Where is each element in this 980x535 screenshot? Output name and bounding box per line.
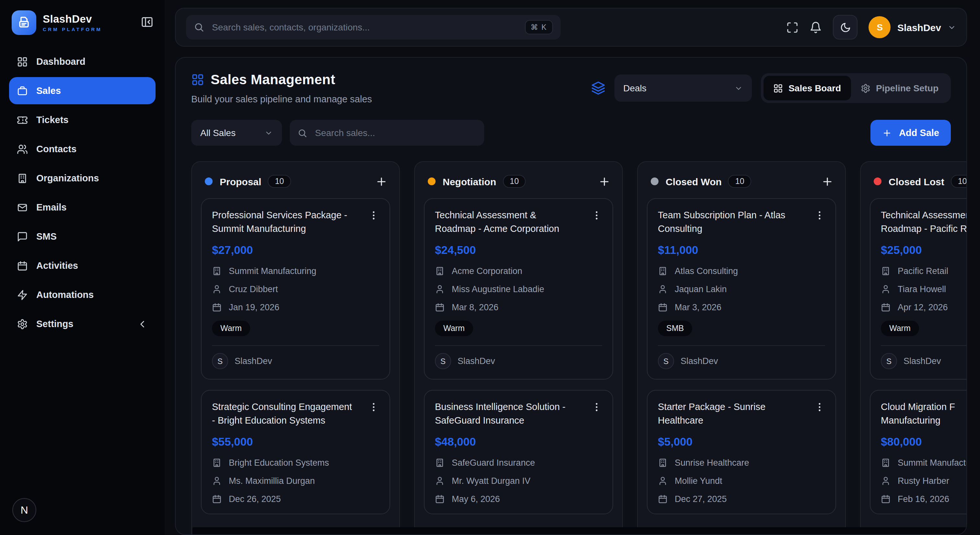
calendar-icon [17,260,28,271]
user-menu[interactable]: S SlashDev [869,16,956,38]
building-icon [881,266,891,276]
maximize-icon [786,21,799,33]
sidebar-item-settings[interactable]: Settings [9,310,156,337]
theme-toggle-button[interactable] [833,15,858,40]
deal-title: Starter Package - Sunrise Healthcare [658,400,765,427]
column-cards: Professional Services Package - Summit M… [201,198,390,514]
column-cards: Technical Assessment & Roadmap - Pacific… [870,198,967,514]
global-search-input[interactable] [211,21,518,33]
sales-search-input[interactable] [314,127,476,139]
brand-header: SlashDev CRM PLATFORM [0,9,165,41]
deal-card[interactable]: Business Intelligence Solution - SafeGua… [424,390,613,514]
plus-icon [598,175,611,187]
sidebar-item-emails[interactable]: Emails [9,194,156,221]
deal-card[interactable]: Starter Package - Sunrise Healthcare $5,… [647,390,836,514]
pipeline-select-value: Deals [623,83,646,93]
column-count-badge: 10 [268,175,291,188]
sidebar-item-dashboard[interactable]: Dashboard [9,48,156,75]
board-horizontal-scrollbar[interactable] [192,527,966,534]
sidebar-nav: Dashboard Sales Tickets Contacts Organiz… [0,48,165,337]
notifications-button[interactable] [810,21,822,33]
sidebar-item-automations[interactable]: Automations [9,281,156,308]
more-vertical-icon [368,210,379,221]
sales-filter-select[interactable]: All Sales [191,120,282,146]
nextjs-dev-badge[interactable]: N [12,498,36,522]
briefcase-icon [17,85,28,96]
deal-card[interactable]: Cloud Migration F Manufacturing $80,000 … [870,390,967,514]
deal-contact: Jaquan Lakin [658,284,825,294]
add-card-button[interactable] [375,175,388,187]
fullscreen-button[interactable] [786,21,799,33]
building-icon [881,458,891,468]
gear-icon [861,83,870,93]
message-square-icon [17,231,28,242]
deal-card[interactable]: Team Subscription Plan - Atlas Consultin… [647,198,836,379]
add-card-button[interactable] [598,175,611,187]
deal-tag: Warm [212,321,250,336]
board-column-closed-won: Closed Won 10 Team Subscription Plan - A… [637,161,846,535]
deal-card[interactable]: Technical Assessment & Roadmap - Pacific… [870,198,967,379]
zap-icon [17,289,28,300]
deal-amount: $80,000 [881,435,967,449]
deal-card[interactable]: Technical Assessment & Roadmap - Acme Co… [424,198,613,379]
sales-search[interactable] [290,120,484,146]
card-more-menu-button[interactable] [814,210,825,221]
column-status-dot [874,178,881,185]
deal-card[interactable]: Professional Services Package - Summit M… [201,198,390,379]
mail-icon [17,202,28,213]
page-subtitle: Build your sales pipeline and manage sal… [191,94,372,104]
user-icon [212,284,222,294]
owner-name: SlashDev [235,356,272,366]
card-more-menu-button[interactable] [368,210,379,221]
chevron-down-icon [734,84,743,92]
card-owner: S SlashDev [881,353,967,369]
owner-avatar: S [212,353,228,369]
sidebar-item-organizations[interactable]: Organizations [9,165,156,192]
tab-pipeline-setup[interactable]: Pipeline Setup [851,76,948,100]
card-more-menu-button[interactable] [591,402,602,413]
column-status-dot [428,178,436,185]
sidebar-collapse-button[interactable] [140,16,154,30]
sidebar-item-label: Automations [36,289,94,300]
user-icon [212,476,222,486]
deal-contact: Mr. Wyatt Durgan IV [435,476,602,486]
deal-organization: Summit Manufacturing [212,266,379,276]
sidebar-item-activities[interactable]: Activities [9,252,156,279]
sidebar-item-tickets[interactable]: Tickets [9,106,156,133]
topbar: ⌘ K S SlashDev [175,8,967,47]
add-card-button[interactable] [821,175,834,187]
deal-organization: Atlas Consulting [658,266,825,276]
column-count-badge: 10 [503,175,526,188]
chevron-down-icon [948,23,956,32]
global-search[interactable]: ⌘ K [186,15,561,40]
deal-close-date: Dec 26, 2025 [212,494,379,504]
sidebar-item-sms[interactable]: SMS [9,223,156,250]
calendar-icon [881,302,891,312]
more-vertical-icon [591,402,602,413]
card-more-menu-button[interactable] [368,402,379,413]
deal-close-date: Mar 8, 2026 [435,302,602,312]
column-count-badge: 10 [951,175,967,188]
sidebar-item-label: Tickets [36,115,68,125]
add-sale-button[interactable]: Add Sale [870,120,951,146]
deal-title: Technical Assessment & Roadmap - Pacific… [881,208,967,236]
chevron-down-icon [264,129,273,137]
deal-contact: Cruz Dibbert [212,284,379,294]
card-more-menu-button[interactable] [814,402,825,413]
column-name: Closed Won [666,176,722,187]
owner-avatar: S [658,353,674,369]
sidebar-item-sales[interactable]: Sales [9,77,156,104]
deal-card[interactable]: Strategic Consulting Engagement - Bright… [201,390,390,514]
deal-contact: Tiara Howell [881,284,967,294]
deal-close-date: Dec 27, 2025 [658,494,825,504]
sidebar-item-contacts[interactable]: Contacts [9,135,156,163]
more-vertical-icon [814,402,825,413]
tab-sales-board[interactable]: Sales Board [763,76,851,100]
column-name: Closed Lost [889,176,944,187]
card-more-menu-button[interactable] [591,210,602,221]
layers-icon [591,81,605,95]
pipeline-select[interactable]: Deals [614,75,751,102]
more-vertical-icon [591,210,602,221]
deal-title: Professional Services Package - Summit M… [212,208,347,236]
search-icon [194,22,204,32]
